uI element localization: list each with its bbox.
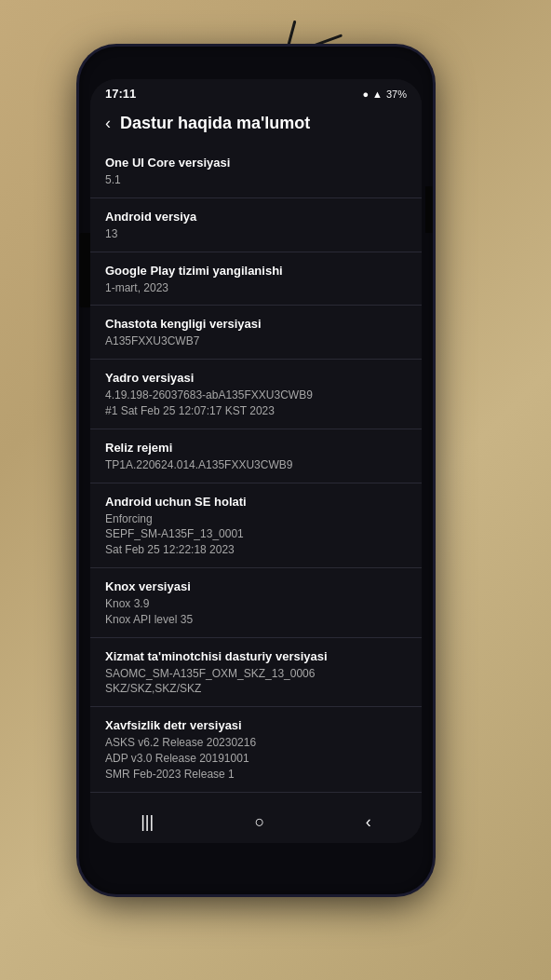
page-header: ‹ Dastur haqida ma'lumot xyxy=(90,104,422,144)
info-row-2: Google Play tizimi yangilanishi 1-mart, … xyxy=(90,252,422,306)
back-button[interactable]: ‹ xyxy=(105,114,111,133)
info-label-0: One UI Core versiyasi xyxy=(105,156,407,170)
info-row-7: Knox versiyasi Knox 3.9 Knox API level 3… xyxy=(90,568,422,638)
home-button[interactable]: ○ xyxy=(255,812,265,832)
info-row-9: Xavfsizlik detr versiyasi ASKS v6.2 Rele… xyxy=(90,707,422,792)
info-label-4: Yadro versiyasi xyxy=(105,371,407,385)
info-row-1: Android versiya 13 xyxy=(90,198,422,252)
status-icons: ● ▲ 37% xyxy=(362,88,407,100)
info-label-3: Chastota kengligi versiyasi xyxy=(105,317,407,331)
info-row-8: Xizmat ta'minotchisi dasturiy versiyasi … xyxy=(90,638,422,708)
wifi-icon: ● xyxy=(362,88,369,100)
phone-side-button xyxy=(79,233,90,307)
page-title: Dastur haqida ma'lumot xyxy=(120,114,310,133)
phone: 17:11 ● ▲ 37% ‹ Dastur haqida ma'lumot O… xyxy=(79,47,433,894)
nav-bar: ||| ○ ‹ xyxy=(90,801,422,843)
info-value-3: A135FXXU3CWB7 xyxy=(105,333,407,349)
info-value-6: Enforcing SEPF_SM-A135F_13_0001 Sat Feb … xyxy=(105,511,407,558)
info-value-7: Knox 3.9 Knox API level 35 xyxy=(105,596,407,628)
info-label-6: Android uchun SE holati xyxy=(105,495,407,509)
status-bar: 17:11 ● ▲ 37% xyxy=(90,79,422,104)
info-row-5: Reliz rejemi TP1A.220624.014.A135FXXU3CW… xyxy=(90,429,422,483)
phone-screen: 17:11 ● ▲ 37% ‹ Dastur haqida ma'lumot O… xyxy=(90,79,422,843)
info-value-9: ASKS v6.2 Release 20230216 ADP v3.0 Rele… xyxy=(105,735,407,782)
info-row-0: One UI Core versiyasi 5.1 xyxy=(90,144,422,198)
info-value-1: 13 xyxy=(105,226,407,242)
phone-power-button xyxy=(425,186,433,233)
info-label-7: Knox versiyasi xyxy=(105,579,407,593)
info-row-4: Yadro versiyasi 4.19.198-26037683-abA135… xyxy=(90,360,422,429)
back-nav-button[interactable]: ‹ xyxy=(366,812,371,832)
info-label-9: Xavfsizlik detr versiyasi xyxy=(105,718,407,732)
info-value-5: TP1A.220624.014.A135FXXU3CWB9 xyxy=(105,457,407,473)
info-value-0: 5.1 xyxy=(105,172,407,188)
content-area: One UI Core versiyasi 5.1 Android versiy… xyxy=(90,144,422,815)
info-row-6: Android uchun SE holati Enforcing SEPF_S… xyxy=(90,483,422,568)
info-label-8: Xizmat ta'minotchisi dasturiy versiyasi xyxy=(105,649,407,663)
info-row-3: Chastota kengligi versiyasi A135FXXU3CWB… xyxy=(90,306,422,360)
info-value-2: 1-mart, 2023 xyxy=(105,280,407,296)
info-value-4: 4.19.198-26037683-abA135FXXU3CWB9 #1 Sat… xyxy=(105,388,407,419)
info-label-2: Google Play tizimi yangilanishi xyxy=(105,264,407,278)
battery-text: 37% xyxy=(386,88,407,100)
info-label-5: Reliz rejemi xyxy=(105,441,407,455)
status-time: 17:11 xyxy=(105,87,136,101)
recent-apps-button[interactable]: ||| xyxy=(141,812,154,832)
info-value-8: SAOMC_SM-A135F_OXM_SKZ_13_0006 SKZ/SKZ,S… xyxy=(105,666,407,698)
signal-icon: ▲ xyxy=(372,88,383,100)
info-label-1: Android versiya xyxy=(105,210,407,224)
